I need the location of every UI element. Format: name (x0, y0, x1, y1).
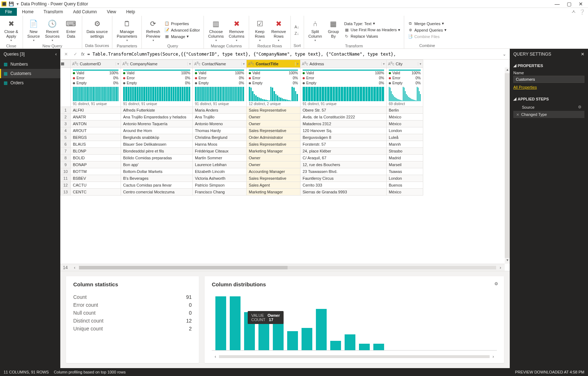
merge-queries-button[interactable]: ⧉Merge Queries ▾ (407, 21, 447, 27)
step-settings-icon[interactable]: ⚙ (578, 105, 582, 109)
data-type-button[interactable]: Data Type: Text ▾ (344, 21, 401, 26)
table-row[interactable]: 10BOTTMBottom-Dollar MarketsElizabeth Li… (61, 168, 423, 175)
column-header-city[interactable]: ABcCity▾ (387, 60, 423, 68)
table-row[interactable]: 9BONAPBon app'Laurence LebihanOwner12, r… (61, 161, 423, 168)
formula-commit-icon[interactable]: ✓ (72, 52, 79, 57)
table-row[interactable]: 1ALFKIAlfreds FutterkisteMaria AndersSal… (61, 107, 423, 114)
column-header-contactname[interactable]: ABcContactName▾ (193, 60, 247, 68)
table-row[interactable]: 13CENTCCentro comercial MoctezumaFrancis… (61, 189, 423, 196)
data-grid[interactable]: ▦ABcCustomerID▾ABcCompanyName▾ABcContact… (60, 60, 510, 271)
append-queries-button[interactable]: ⊕Append Queries ▾ (407, 27, 447, 33)
choose-columns-button[interactable]: ▥ChooseColumns▾ (207, 17, 225, 43)
close-apply-button[interactable]: ✖Close &Apply▾ (3, 17, 20, 43)
table-row[interactable]: 4AROUTAround the HornThomas HardySales R… (61, 127, 423, 134)
table-row[interactable]: 3ANTONAntonio Moreno TaqueríaAntonio Mor… (61, 121, 423, 127)
new-source-button[interactable]: 📄NewSource▾ (26, 17, 42, 43)
distribution-scrollbar[interactable]: ‹ › (212, 354, 497, 359)
applied-steps-title[interactable]: ◢ APPLIED STEPS (513, 94, 584, 103)
group-by-button[interactable]: ▦GroupBy (326, 17, 341, 43)
column-header-customerid[interactable]: ABcCustomerID▾ (71, 60, 121, 68)
advanced-editor-button[interactable]: 📝Advanced Editor (164, 27, 201, 33)
scroll-down-icon[interactable]: ▾ (505, 258, 510, 264)
horizontal-scrollbar[interactable]: 14 ‹ › (60, 264, 505, 271)
table-corner-icon[interactable]: ▦ (61, 60, 71, 68)
table-row[interactable]: 6BLAUSBlauer See DelikatessenHanna MoosS… (61, 141, 423, 148)
collapse-ribbon-icon[interactable]: ㅅ (571, 9, 576, 15)
column-filter-icon[interactable]: ▾ (381, 62, 385, 66)
table-row[interactable]: 7BLONPBlondesddsl père et filsFrédérique… (61, 148, 423, 155)
help-icon[interactable]: ❔ (579, 9, 585, 15)
distribution-bar[interactable] (373, 344, 384, 350)
distribution-bar[interactable] (345, 334, 355, 350)
column-filter-icon[interactable]: ▾ (241, 62, 245, 66)
distribution-bar[interactable] (330, 341, 341, 351)
remove-columns-button[interactable]: ✖RemoveColumns▾ (227, 17, 246, 43)
column-filter-icon[interactable]: ▾ (418, 62, 421, 66)
all-properties-link[interactable]: All Properties (513, 83, 537, 91)
query-item-numbers[interactable]: ▦Numbers (0, 60, 60, 69)
tab-home[interactable]: Home (17, 8, 38, 16)
query-item-customers[interactable]: ▦Customers (0, 69, 60, 78)
formula-cancel-icon[interactable]: ✕ (62, 52, 70, 57)
sort-desc-button[interactable]: Z↓ (294, 30, 300, 36)
minimize-icon[interactable]: — (555, 1, 560, 7)
sort-asc-button[interactable]: A↓ (294, 24, 300, 30)
manage-parameters-button[interactable]: 🗒ManageParameters▾ (115, 17, 139, 43)
close-settings-icon[interactable]: ✕ (581, 52, 584, 57)
maximize-icon[interactable]: ▢ (567, 1, 571, 7)
datasource-settings-button[interactable]: ⚙Data sourcesettings (85, 17, 109, 43)
dist-scroll-right-icon[interactable]: › (490, 354, 497, 359)
properties-section-title[interactable]: ◢ PROPERTIES (513, 61, 584, 70)
close-icon[interactable]: ✕ (579, 1, 583, 7)
column-header-address[interactable]: ABcAddress▾ (300, 60, 387, 68)
applied-step-source[interactable]: Source⚙ (513, 103, 584, 111)
column-header-companyname[interactable]: ABcCompanyName▾ (121, 60, 193, 68)
scroll-up-icon[interactable]: ▴ (505, 67, 510, 73)
tab-help[interactable]: Help (121, 8, 140, 16)
manage-button[interactable]: ▦Manage ▾ (164, 34, 201, 39)
delete-step-icon[interactable]: ✕ (516, 113, 519, 117)
distribution-bar[interactable] (230, 296, 241, 350)
keep-rows-button[interactable]: ☑KeepRows▾ (252, 17, 268, 43)
first-row-headers-button[interactable]: ▦Use First Row as Headers ▾ (344, 27, 401, 33)
table-row[interactable]: 5BERGSBerglunds snabbköpChristina Berglu… (61, 134, 423, 141)
table-row[interactable]: 12CACTUCactus Comidas para llevarPatrici… (61, 182, 423, 189)
column-filter-icon[interactable]: ▾ (116, 62, 119, 66)
query-name-input[interactable] (513, 76, 584, 83)
collapse-queries-icon[interactable]: ‹ (55, 52, 57, 57)
tab-view[interactable]: View (102, 8, 121, 16)
scroll-left-icon[interactable]: ‹ (70, 265, 79, 270)
column-filter-icon[interactable]: ▾ (295, 62, 299, 66)
tab-transform[interactable]: Transform (38, 8, 68, 16)
vertical-scrollbar[interactable]: ▴ ▾ (505, 67, 510, 264)
applied-step-changed-type[interactable]: ✕Changed Type (513, 111, 584, 118)
distribution-bar[interactable] (316, 309, 327, 350)
distributions-settings-icon[interactable]: ⚙ (494, 281, 498, 286)
enter-data-button[interactable]: ⌨EnterData (63, 17, 79, 43)
qat-dropdown-icon[interactable]: ▾ (17, 1, 19, 6)
distribution-bar[interactable] (302, 328, 312, 350)
formula-expand-icon[interactable]: ⌄ (501, 52, 508, 57)
remove-rows-button[interactable]: ✖RemoveRows▾ (270, 17, 288, 43)
dist-scroll-left-icon[interactable]: ‹ (212, 354, 219, 359)
table-row[interactable]: 2ANATRAna Trujillo Emparedados y helados… (61, 114, 423, 121)
distribution-bar[interactable] (215, 296, 226, 350)
table-row[interactable]: 8BOLIDBólido Comidas preparadasMartín So… (61, 155, 423, 161)
column-header-contacttitle[interactable]: ABcContactTitle▾ (247, 60, 300, 68)
tab-file[interactable]: File (0, 8, 17, 16)
formula-input[interactable] (87, 51, 499, 57)
replace-values-button[interactable]: ↻Replace Values (344, 33, 401, 39)
refresh-preview-button[interactable]: ⟳RefreshPreview▾ (145, 17, 162, 43)
recent-sources-button[interactable]: 🕓RecentSources▾ (44, 17, 61, 43)
save-icon[interactable]: 💾 (9, 1, 14, 6)
tab-add-column[interactable]: Add Column (68, 8, 102, 16)
query-item-orders[interactable]: ▦Orders (0, 78, 60, 88)
properties-button[interactable]: 📋Properties (164, 21, 201, 27)
split-column-button[interactable]: ⑃SplitColumn▾ (307, 17, 323, 43)
scroll-right-icon[interactable]: › (496, 265, 505, 270)
column-filter-icon[interactable]: ▾ (187, 62, 191, 66)
distribution-bar[interactable] (359, 344, 370, 350)
table-row[interactable]: 11BSBEVB's BeveragesVictoria AshworthSal… (61, 175, 423, 182)
distribution-bar[interactable] (287, 331, 298, 350)
distribution-chart[interactable]: VALUEOwner COUNT17 (212, 293, 497, 351)
